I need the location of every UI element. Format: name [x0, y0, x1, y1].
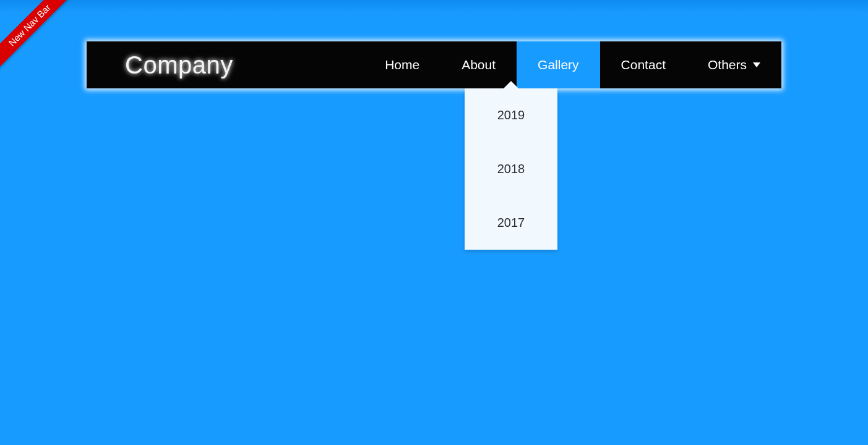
corner-ribbon: New Nav Bar: [0, 0, 79, 75]
nav-item-home[interactable]: Home: [364, 41, 440, 88]
nav-items: Home About Gallery Contact Others: [364, 41, 781, 88]
svg-marker-0: [753, 62, 760, 67]
dropdown-item-2019[interactable]: 2019: [465, 88, 557, 142]
nav-item-label: Gallery: [538, 57, 579, 72]
nav-item-label: Contact: [621, 57, 666, 72]
dropdown-item-2018[interactable]: 2018: [465, 142, 557, 196]
nav-item-label: Home: [385, 57, 419, 72]
nav-item-gallery[interactable]: Gallery: [517, 41, 600, 88]
brand-logo[interactable]: Company: [87, 51, 233, 79]
nav-item-contact[interactable]: Contact: [600, 41, 687, 88]
dropdown-item-2017[interactable]: 2017: [465, 196, 557, 250]
nav-item-label: About: [462, 57, 496, 72]
caret-down-icon: [753, 62, 760, 67]
nav-item-label: Others: [708, 57, 747, 72]
navbar: Company Home About Gallery Contact Other…: [87, 41, 781, 88]
gallery-dropdown: 2019 2018 2017: [465, 88, 557, 250]
nav-item-others[interactable]: Others: [687, 41, 781, 88]
